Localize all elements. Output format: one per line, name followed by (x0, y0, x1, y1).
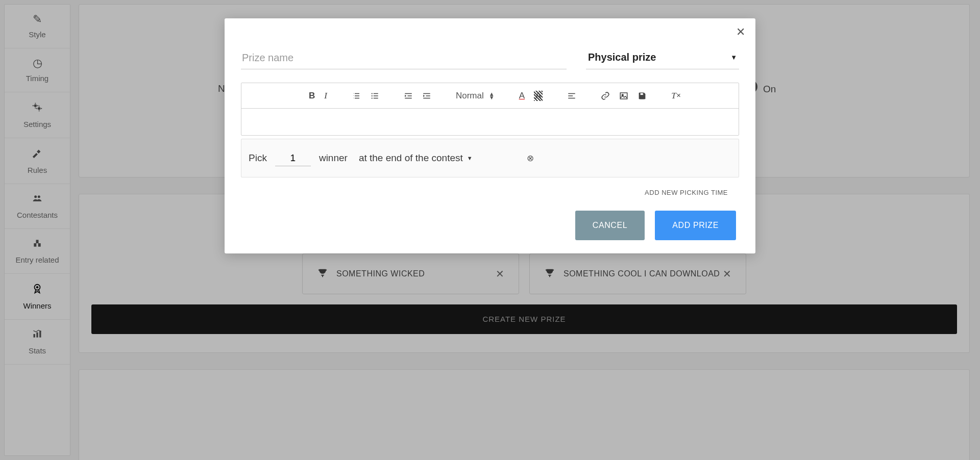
prize-type-value: Physical prize (588, 52, 656, 63)
italic-icon[interactable]: I (324, 91, 327, 101)
picking-time-select[interactable]: at the end of the contest ▼ (359, 152, 473, 164)
rich-text-body[interactable] (241, 109, 739, 135)
delete-picking-icon[interactable]: ⊗ (527, 153, 534, 164)
svg-point-13 (372, 95, 373, 96)
rich-text-toolbar: B I (241, 83, 739, 109)
prize-name-input[interactable] (241, 48, 567, 69)
ordered-list-icon[interactable] (352, 91, 361, 100)
image-icon[interactable] (619, 91, 628, 100)
bold-icon[interactable]: B (309, 91, 315, 101)
heading-select[interactable]: Normal ▲▼ (456, 91, 495, 101)
highlight-icon[interactable]: A (534, 91, 543, 101)
updown-icon: ▲▼ (489, 92, 495, 99)
modal-overlay: ✕ Physical prize ▼ B I (0, 0, 980, 460)
add-new-picking-time-link[interactable]: ADD NEW PICKING TIME (240, 189, 728, 196)
cancel-button[interactable]: CANCEL (575, 211, 645, 240)
svg-point-12 (372, 93, 373, 94)
winner-count-input[interactable] (275, 150, 311, 166)
link-icon[interactable] (601, 91, 610, 100)
text-color-icon[interactable]: A (519, 91, 525, 101)
rich-text-editor: B I (241, 83, 739, 136)
add-prize-button[interactable]: ADD PRIZE (655, 211, 736, 240)
clear-format-icon[interactable]: T✕ (671, 91, 680, 101)
prize-type-select[interactable]: Physical prize ▼ (586, 48, 739, 69)
save-disk-icon[interactable] (638, 91, 647, 100)
close-icon[interactable]: ✕ (736, 25, 745, 39)
align-icon[interactable] (567, 91, 576, 100)
chevron-down-icon: ▼ (467, 155, 473, 161)
outdent-icon[interactable] (404, 91, 413, 100)
indent-icon[interactable] (422, 91, 431, 100)
svg-rect-15 (621, 93, 628, 99)
add-prize-modal: ✕ Physical prize ▼ B I (225, 18, 755, 253)
chevron-down-icon: ▼ (730, 54, 737, 61)
svg-point-14 (372, 97, 373, 98)
picking-row: Pick winner at the end of the contest ▼ … (241, 139, 739, 177)
winner-label: winner (319, 152, 348, 164)
pick-label: Pick (249, 152, 267, 164)
unordered-list-icon[interactable] (370, 91, 379, 100)
